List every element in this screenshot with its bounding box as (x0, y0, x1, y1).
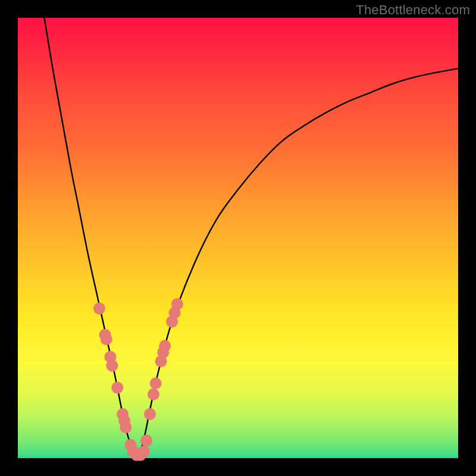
sample-dot (171, 298, 183, 310)
curve-layer (18, 18, 458, 458)
sample-dot (93, 302, 105, 314)
sample-dot (150, 377, 162, 389)
sample-dot (138, 446, 150, 458)
sample-dot (101, 333, 112, 345)
sample-dot (148, 389, 159, 400)
sample-dot (144, 408, 156, 420)
plot-area (18, 18, 458, 458)
sample-dot (120, 421, 131, 433)
sample-dots (93, 298, 183, 461)
chart-frame: TheBottleneck.com (0, 0, 476, 476)
sample-dot (106, 360, 118, 372)
sample-dot (159, 340, 171, 352)
sample-dot (111, 382, 123, 394)
bottleneck-curve (44, 18, 458, 456)
watermark-text: TheBottleneck.com (356, 2, 470, 18)
sample-dot (140, 434, 152, 446)
